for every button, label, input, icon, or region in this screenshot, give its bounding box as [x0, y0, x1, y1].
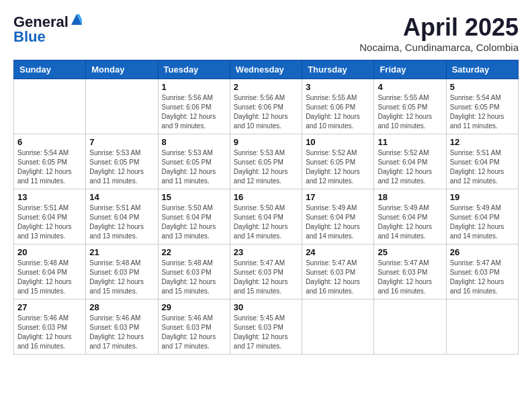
- calendar-cell: [14, 79, 86, 134]
- day-info: Sunrise: 5:47 AM Sunset: 6:03 PM Dayligh…: [306, 259, 370, 296]
- calendar-cell: [374, 300, 446, 355]
- calendar-table: SundayMondayTuesdayWednesdayThursdayFrid…: [13, 60, 519, 355]
- calendar-cell: 15Sunrise: 5:50 AM Sunset: 6:04 PM Dayli…: [158, 189, 230, 244]
- calendar-header-row: SundayMondayTuesdayWednesdayThursdayFrid…: [14, 60, 519, 79]
- day-number: 13: [17, 192, 82, 202]
- day-number: 7: [89, 137, 154, 147]
- calendar-cell: 18Sunrise: 5:49 AM Sunset: 6:04 PM Dayli…: [374, 189, 446, 244]
- day-info: Sunrise: 5:46 AM Sunset: 6:03 PM Dayligh…: [17, 314, 82, 351]
- calendar-cell: 16Sunrise: 5:50 AM Sunset: 6:04 PM Dayli…: [230, 189, 302, 244]
- calendar-cell: 22Sunrise: 5:48 AM Sunset: 6:03 PM Dayli…: [158, 244, 230, 300]
- calendar-cell: 7Sunrise: 5:53 AM Sunset: 6:05 PM Daylig…: [86, 134, 158, 189]
- calendar-cell: 23Sunrise: 5:47 AM Sunset: 6:03 PM Dayli…: [230, 244, 302, 300]
- day-number: 23: [234, 247, 298, 257]
- day-number: 29: [162, 302, 226, 312]
- day-number: 22: [162, 247, 226, 257]
- calendar-cell: 27Sunrise: 5:46 AM Sunset: 6:03 PM Dayli…: [14, 300, 86, 355]
- calendar-cell: 24Sunrise: 5:47 AM Sunset: 6:03 PM Dayli…: [302, 244, 374, 300]
- calendar-cell: 25Sunrise: 5:47 AM Sunset: 6:03 PM Dayli…: [374, 244, 446, 300]
- calendar-cell: 30Sunrise: 5:45 AM Sunset: 6:03 PM Dayli…: [230, 300, 302, 355]
- calendar-cell: 12Sunrise: 5:51 AM Sunset: 6:04 PM Dayli…: [446, 134, 518, 189]
- day-number: 20: [17, 247, 82, 257]
- calendar-cell: 3Sunrise: 5:55 AM Sunset: 6:06 PM Daylig…: [302, 79, 374, 134]
- day-number: 24: [306, 247, 370, 257]
- weekday-header-tuesday: Tuesday: [158, 60, 230, 79]
- calendar-week-5: 27Sunrise: 5:46 AM Sunset: 6:03 PM Dayli…: [14, 300, 519, 355]
- day-number: 19: [450, 192, 515, 202]
- day-info: Sunrise: 5:53 AM Sunset: 6:05 PM Dayligh…: [162, 148, 226, 186]
- day-info: Sunrise: 5:46 AM Sunset: 6:03 PM Dayligh…: [89, 314, 154, 351]
- calendar-cell: 11Sunrise: 5:52 AM Sunset: 6:04 PM Dayli…: [374, 134, 446, 189]
- calendar-week-2: 6Sunrise: 5:54 AM Sunset: 6:05 PM Daylig…: [14, 134, 519, 189]
- day-number: 10: [306, 137, 370, 147]
- day-info: Sunrise: 5:49 AM Sunset: 6:04 PM Dayligh…: [306, 203, 370, 241]
- weekday-header-saturday: Saturday: [446, 60, 518, 79]
- day-number: 1: [162, 82, 226, 92]
- calendar-week-3: 13Sunrise: 5:51 AM Sunset: 6:04 PM Dayli…: [14, 189, 519, 244]
- day-info: Sunrise: 5:56 AM Sunset: 6:06 PM Dayligh…: [162, 93, 226, 131]
- day-number: 12: [450, 137, 515, 147]
- day-number: 17: [306, 192, 370, 202]
- day-number: 9: [234, 137, 298, 147]
- day-info: Sunrise: 5:53 AM Sunset: 6:05 PM Dayligh…: [234, 148, 298, 186]
- day-info: Sunrise: 5:49 AM Sunset: 6:04 PM Dayligh…: [450, 203, 515, 241]
- day-number: 2: [234, 82, 298, 92]
- calendar-cell: 29Sunrise: 5:46 AM Sunset: 6:03 PM Dayli…: [158, 300, 230, 355]
- day-number: 14: [89, 192, 154, 202]
- weekday-header-thursday: Thursday: [302, 60, 374, 79]
- day-info: Sunrise: 5:52 AM Sunset: 6:04 PM Dayligh…: [378, 148, 442, 186]
- day-number: 15: [162, 192, 226, 202]
- calendar-cell: [446, 300, 518, 355]
- calendar-cell: 8Sunrise: 5:53 AM Sunset: 6:05 PM Daylig…: [158, 134, 230, 189]
- calendar-cell: [302, 300, 374, 355]
- day-info: Sunrise: 5:47 AM Sunset: 6:03 PM Dayligh…: [234, 259, 298, 296]
- weekday-header-wednesday: Wednesday: [230, 60, 302, 79]
- location: Nocaima, Cundinamarca, Colombia: [359, 42, 519, 53]
- day-info: Sunrise: 5:47 AM Sunset: 6:03 PM Dayligh…: [378, 259, 442, 296]
- calendar-cell: 20Sunrise: 5:48 AM Sunset: 6:04 PM Dayli…: [14, 244, 86, 300]
- day-number: 5: [450, 82, 515, 92]
- page-header: General Blue April 2025 Nocaima, Cundina…: [13, 13, 519, 53]
- day-number: 25: [378, 247, 442, 257]
- day-number: 8: [162, 137, 226, 147]
- calendar-cell: 13Sunrise: 5:51 AM Sunset: 6:04 PM Dayli…: [14, 189, 86, 244]
- calendar-cell: 26Sunrise: 5:47 AM Sunset: 6:03 PM Dayli…: [446, 244, 518, 300]
- day-number: 3: [306, 82, 370, 92]
- day-info: Sunrise: 5:54 AM Sunset: 6:05 PM Dayligh…: [450, 93, 515, 131]
- day-info: Sunrise: 5:50 AM Sunset: 6:04 PM Dayligh…: [234, 203, 298, 241]
- day-info: Sunrise: 5:52 AM Sunset: 6:05 PM Dayligh…: [306, 148, 370, 186]
- day-info: Sunrise: 5:48 AM Sunset: 6:04 PM Dayligh…: [17, 259, 82, 296]
- calendar-cell: [86, 79, 158, 134]
- day-info: Sunrise: 5:53 AM Sunset: 6:05 PM Dayligh…: [89, 148, 154, 186]
- day-info: Sunrise: 5:46 AM Sunset: 6:03 PM Dayligh…: [162, 314, 226, 351]
- weekday-header-monday: Monday: [86, 60, 158, 79]
- calendar-week-4: 20Sunrise: 5:48 AM Sunset: 6:04 PM Dayli…: [14, 244, 519, 300]
- logo-blue-text: Blue: [13, 28, 46, 46]
- day-number: 27: [17, 302, 82, 312]
- calendar-cell: 4Sunrise: 5:55 AM Sunset: 6:05 PM Daylig…: [374, 79, 446, 134]
- day-info: Sunrise: 5:55 AM Sunset: 6:06 PM Dayligh…: [306, 93, 370, 131]
- weekday-header-sunday: Sunday: [14, 60, 86, 79]
- day-number: 11: [378, 137, 442, 147]
- day-info: Sunrise: 5:51 AM Sunset: 6:04 PM Dayligh…: [450, 148, 515, 186]
- day-info: Sunrise: 5:56 AM Sunset: 6:06 PM Dayligh…: [234, 93, 298, 131]
- logo: General Blue: [13, 13, 83, 46]
- day-number: 26: [450, 247, 515, 257]
- day-info: Sunrise: 5:48 AM Sunset: 6:03 PM Dayligh…: [89, 259, 154, 296]
- calendar-cell: 14Sunrise: 5:51 AM Sunset: 6:04 PM Dayli…: [86, 189, 158, 244]
- day-info: Sunrise: 5:51 AM Sunset: 6:04 PM Dayligh…: [17, 203, 82, 241]
- day-number: 28: [89, 302, 154, 312]
- day-info: Sunrise: 5:47 AM Sunset: 6:03 PM Dayligh…: [450, 259, 515, 296]
- day-info: Sunrise: 5:48 AM Sunset: 6:03 PM Dayligh…: [162, 259, 226, 296]
- day-number: 21: [89, 247, 154, 257]
- calendar-cell: 21Sunrise: 5:48 AM Sunset: 6:03 PM Dayli…: [86, 244, 158, 300]
- calendar-cell: 28Sunrise: 5:46 AM Sunset: 6:03 PM Dayli…: [86, 300, 158, 355]
- day-info: Sunrise: 5:49 AM Sunset: 6:04 PM Dayligh…: [378, 203, 442, 241]
- weekday-header-friday: Friday: [374, 60, 446, 79]
- calendar-cell: 17Sunrise: 5:49 AM Sunset: 6:04 PM Dayli…: [302, 189, 374, 244]
- day-info: Sunrise: 5:51 AM Sunset: 6:04 PM Dayligh…: [89, 203, 154, 241]
- title-block: April 2025 Nocaima, Cundinamarca, Colomb…: [359, 13, 519, 53]
- day-number: 4: [378, 82, 442, 92]
- day-number: 6: [17, 137, 82, 147]
- day-info: Sunrise: 5:54 AM Sunset: 6:05 PM Dayligh…: [17, 148, 82, 186]
